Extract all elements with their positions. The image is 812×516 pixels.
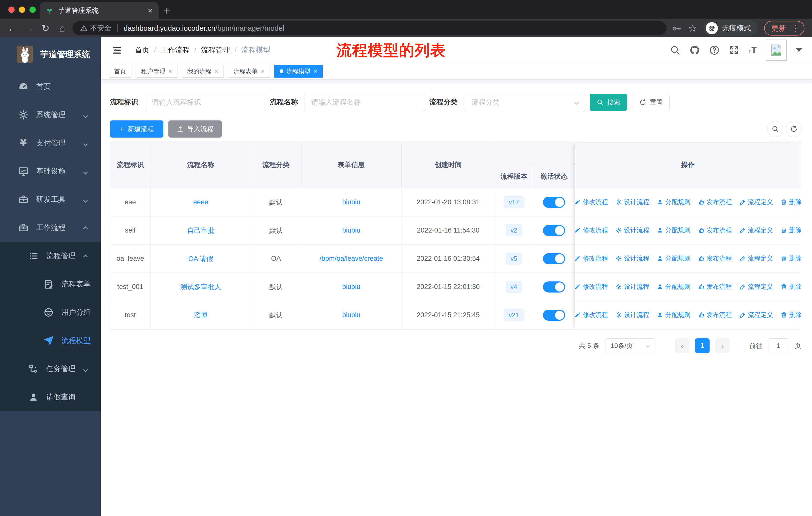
- cell-form[interactable]: biubiu: [301, 216, 402, 244]
- next-page-button[interactable]: ›: [715, 338, 730, 353]
- sidebar-item-7[interactable]: 流程表单: [0, 270, 101, 298]
- create-process-button[interactable]: + 新建流程: [110, 120, 163, 138]
- active-toggle[interactable]: [543, 281, 565, 293]
- tag-close-icon[interactable]: ×: [261, 67, 264, 75]
- action-修改流程[interactable]: 修改流程: [574, 226, 608, 234]
- action-发布流程[interactable]: 发布流程: [698, 226, 732, 234]
- sidebar-item-4[interactable]: 研发工具: [0, 185, 101, 214]
- show-search-toggle-button[interactable]: [767, 121, 783, 137]
- goto-page-input[interactable]: 1: [768, 338, 789, 353]
- sidebar-item-6[interactable]: 流程管理: [0, 242, 101, 270]
- action-设计流程[interactable]: 设计流程: [615, 282, 649, 291]
- browser-tab[interactable]: 芋道管理系统 ×: [40, 2, 158, 19]
- cell-name[interactable]: 自己审批: [150, 216, 251, 244]
- refresh-table-button[interactable]: [786, 121, 802, 137]
- sidebar-item-8[interactable]: 用户分组: [0, 298, 101, 327]
- breadcrumb-item[interactable]: 工作流程: [161, 45, 190, 55]
- action-修改流程[interactable]: 修改流程: [574, 254, 608, 263]
- close-window-button[interactable]: [8, 6, 14, 13]
- reset-button[interactable]: 重置: [633, 94, 670, 111]
- active-toggle[interactable]: [543, 253, 565, 264]
- sidebar-item-10[interactable]: 任务管理: [0, 355, 101, 383]
- breadcrumb-item[interactable]: 首页: [135, 45, 149, 55]
- tag-流程模型[interactable]: 流程模型×: [274, 65, 323, 78]
- active-toggle[interactable]: [543, 197, 565, 208]
- cell-form[interactable]: /bpm/oa/leave/create: [301, 245, 402, 273]
- back-icon[interactable]: ←: [4, 23, 21, 34]
- filter-name-input[interactable]: 请输入流程名称: [304, 93, 425, 112]
- action-流程定义[interactable]: 流程定义: [739, 226, 773, 234]
- tag-首页[interactable]: 首页: [109, 65, 132, 78]
- action-发布流程[interactable]: 发布流程: [698, 254, 732, 263]
- action-分配规则[interactable]: 分配规则: [657, 198, 690, 206]
- tab-close-icon[interactable]: ×: [148, 6, 152, 16]
- cell-name[interactable]: eeee: [150, 188, 251, 216]
- cell-form[interactable]: biubiu: [301, 188, 402, 216]
- action-设计流程[interactable]: 设计流程: [615, 198, 649, 206]
- filter-id-input[interactable]: 请输入流程标识: [145, 93, 265, 112]
- avatar[interactable]: [766, 39, 787, 61]
- github-icon[interactable]: [689, 45, 700, 55]
- tag-close-icon[interactable]: ×: [314, 67, 317, 75]
- action-流程定义[interactable]: 流程定义: [739, 311, 773, 319]
- action-分配规则[interactable]: 分配规则: [657, 254, 690, 263]
- action-分配规则[interactable]: 分配规则: [657, 282, 690, 291]
- new-tab-button[interactable]: +: [164, 4, 170, 17]
- window-controls[interactable]: [8, 6, 36, 13]
- cell-form[interactable]: biubiu: [301, 301, 402, 329]
- minimize-window-button[interactable]: [19, 6, 25, 13]
- active-toggle[interactable]: [543, 310, 565, 321]
- sidebar-item-0[interactable]: 首页: [0, 73, 101, 101]
- cell-name[interactable]: 滔博: [150, 301, 251, 329]
- sidebar-item-11[interactable]: 请假查询: [0, 383, 101, 411]
- home-icon[interactable]: ⌂: [54, 23, 70, 34]
- prev-page-button[interactable]: ‹: [675, 338, 689, 353]
- action-分配规则[interactable]: 分配规则: [657, 226, 690, 234]
- search-button[interactable]: 搜索: [590, 94, 627, 111]
- update-button[interactable]: 更新 ⋮: [764, 21, 805, 35]
- tag-租户管理[interactable]: 租户管理×: [136, 65, 177, 78]
- action-修改流程[interactable]: 修改流程: [574, 311, 608, 319]
- action-设计流程[interactable]: 设计流程: [615, 311, 649, 319]
- cell-form[interactable]: biubiu: [301, 273, 402, 301]
- forward-icon[interactable]: →: [21, 23, 37, 34]
- action-删除[interactable]: 删除: [781, 198, 802, 206]
- bookmark-star-icon[interactable]: ☆: [688, 22, 697, 34]
- sidebar-fold-icon[interactable]: [111, 45, 123, 55]
- reload-icon[interactable]: ↻: [37, 23, 54, 34]
- address-bar[interactable]: 不安全 dashboard.yudao.iocoder.cn /bpm/mana…: [72, 21, 667, 35]
- action-删除[interactable]: 删除: [781, 311, 802, 319]
- font-size-icon[interactable]: тT: [748, 45, 757, 55]
- action-修改流程[interactable]: 修改流程: [574, 282, 608, 291]
- sidebar-item-5[interactable]: 工作流程: [0, 214, 101, 242]
- action-流程定义[interactable]: 流程定义: [739, 198, 773, 206]
- action-删除[interactable]: 删除: [781, 254, 802, 263]
- active-toggle[interactable]: [543, 225, 565, 236]
- menu-kebab-icon[interactable]: ⋮: [791, 23, 800, 33]
- action-删除[interactable]: 删除: [781, 226, 802, 234]
- sidebar-item-3[interactable]: 基础设施: [0, 157, 101, 185]
- tag-close-icon[interactable]: ×: [214, 67, 218, 75]
- cell-name[interactable]: 测试多审批人: [150, 273, 251, 301]
- action-设计流程[interactable]: 设计流程: [615, 226, 649, 234]
- action-修改流程[interactable]: 修改流程: [574, 198, 608, 206]
- tag-close-icon[interactable]: ×: [168, 67, 172, 75]
- page-1-button[interactable]: 1: [695, 338, 709, 353]
- breadcrumb-item[interactable]: 流程管理: [201, 45, 230, 55]
- sidebar-logo-row[interactable]: 芋道管理系统: [0, 42, 101, 66]
- avatar-caret-icon[interactable]: [796, 48, 802, 52]
- action-流程定义[interactable]: 流程定义: [739, 254, 773, 263]
- security-warning[interactable]: 不安全: [80, 23, 111, 33]
- filter-category-select[interactable]: 流程分类: [465, 93, 585, 112]
- action-分配规则[interactable]: 分配规则: [657, 311, 690, 319]
- action-设计流程[interactable]: 设计流程: [615, 254, 649, 263]
- action-流程定义[interactable]: 流程定义: [739, 282, 773, 291]
- import-process-button[interactable]: 导入流程: [168, 120, 222, 138]
- sidebar-item-9[interactable]: 流程模型: [0, 327, 101, 355]
- fullscreen-icon[interactable]: [729, 45, 739, 55]
- sidebar-item-1[interactable]: 系统管理: [0, 101, 101, 129]
- sidebar-item-2[interactable]: ¥支付管理: [0, 129, 101, 157]
- tag-我的流程[interactable]: 我的流程×: [182, 65, 224, 78]
- maximize-window-button[interactable]: [29, 6, 36, 13]
- tag-流程表单[interactable]: 流程表单×: [228, 65, 269, 78]
